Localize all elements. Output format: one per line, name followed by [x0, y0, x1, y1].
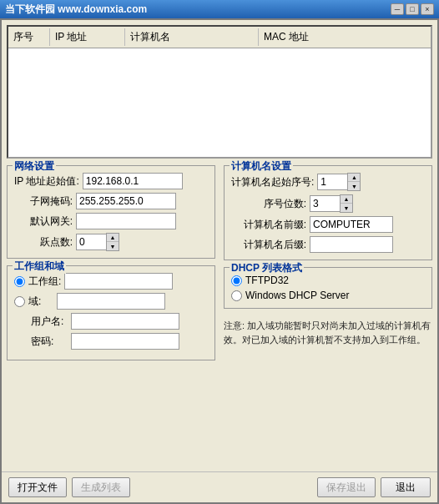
right-panel: 计算机名设置 计算机名起始序号: ▲ ▼ 序号位数: [224, 165, 432, 468]
seq-digits-buttons: ▲ ▼ [340, 194, 353, 213]
start-seq-spinner: ▲ ▼ [317, 173, 361, 191]
dhcp-title: DHCP 列表格式 [230, 261, 304, 275]
gateway-row: 默认网关: [14, 213, 208, 229]
start-seq-buttons: ▲ ▼ [347, 173, 361, 191]
username-input[interactable] [71, 313, 179, 330]
bottom-bar: 打开文件 生成列表 保存退出 退出 [2, 471, 437, 502]
subnet-row: 子网掩码: [14, 193, 208, 209]
table-header: 序号 IP 地址 计算机名 MAC 地址 [8, 27, 431, 48]
start-seq-label: 计算机名起始序号: [231, 175, 314, 189]
hop-row: 跃点数: ▲ ▼ [14, 233, 208, 251]
maximize-button[interactable]: □ [406, 3, 419, 15]
prefix-label: 计算机名前缀: [231, 218, 306, 232]
seq-digits-input[interactable] [310, 195, 340, 212]
start-seq-input[interactable] [317, 174, 347, 190]
suffix-label: 计算机名后缀: [231, 238, 306, 252]
suffix-row: 计算机名后缀: [231, 236, 425, 253]
hop-spinner: ▲ ▼ [76, 233, 119, 251]
domain-row: 域: [14, 293, 208, 310]
minimize-button[interactable]: ─ [391, 3, 404, 15]
hop-up-button[interactable]: ▲ [107, 234, 119, 242]
subnet-input[interactable] [76, 193, 176, 209]
domain-label: 域: [28, 295, 53, 309]
domain-input[interactable] [57, 293, 165, 310]
close-button[interactable]: × [421, 3, 434, 15]
password-label: 密码: [31, 335, 68, 349]
hop-label: 跃点数: [14, 235, 73, 249]
seq-digits-row: 序号位数: ▲ ▼ [231, 194, 425, 213]
left-panel: 网络设置 IP 地址起始值: 子网掩码: 默认网关: 跃点数: [7, 165, 215, 468]
dhcp-tftpd32-radio[interactable] [231, 275, 242, 286]
data-table: 序号 IP 地址 计算机名 MAC 地址 [7, 25, 432, 159]
network-settings-section: 网络设置 IP 地址起始值: 子网掩码: 默认网关: 跃点数: [7, 165, 215, 259]
bottom-left-buttons: 打开文件 生成列表 [8, 477, 130, 497]
password-input[interactable] [71, 333, 179, 350]
ip-row: IP 地址起始值: [14, 173, 208, 189]
workgroup-label: 工作组: [28, 275, 61, 289]
hop-down-button[interactable]: ▼ [107, 242, 119, 250]
gateway-input[interactable] [76, 213, 176, 229]
seq-digits-label: 序号位数: [231, 197, 306, 211]
suffix-input[interactable] [310, 236, 393, 253]
seq-digits-down[interactable]: ▼ [341, 204, 352, 212]
save-exit-button[interactable]: 保存退出 [317, 477, 376, 497]
col-header-mac: MAC 地址 [259, 28, 431, 46]
dhcp-radio-group: TFTPD32 Windows DHCP Server [231, 275, 425, 301]
network-settings-title: 网络设置 [13, 159, 56, 174]
username-label: 用户名: [31, 315, 68, 329]
main-content: 网络设置 IP 地址起始值: 子网掩码: 默认网关: 跃点数: [2, 162, 437, 471]
exit-button[interactable]: 退出 [381, 477, 431, 497]
seq-digits-spinner: ▲ ▼ [310, 194, 353, 213]
start-seq-down[interactable]: ▼ [348, 182, 360, 190]
domain-radio[interactable] [14, 296, 25, 307]
start-seq-row: 计算机名起始序号: ▲ ▼ [231, 173, 425, 191]
generate-list-button[interactable]: 生成列表 [72, 477, 130, 497]
col-header-ip: IP 地址 [50, 28, 125, 46]
col-header-seq: 序号 [8, 28, 50, 46]
seq-digits-up[interactable]: ▲ [341, 195, 352, 204]
gateway-label: 默认网关: [14, 214, 73, 229]
ip-label: IP 地址起始值: [14, 174, 79, 189]
title-bar: 当下软件园 www.downxia.com ─ □ × [0, 0, 439, 18]
title-bar-text: 当下软件园 www.downxia.com [5, 3, 147, 17]
table-body [8, 48, 431, 157]
dhcp-windows-label: Windows DHCP Server [245, 290, 349, 301]
note-text: 注意: 加入域功能暂时只对尚未加入过域的计算机有效。对已加入域的计算机暂不支持加… [224, 319, 432, 346]
open-file-button[interactable]: 打开文件 [8, 477, 67, 497]
computer-settings-title: 计算机名设置 [230, 159, 293, 174]
workgroup-input[interactable] [64, 273, 173, 290]
dhcp-option2-row: Windows DHCP Server [231, 290, 425, 301]
computer-settings-section: 计算机名设置 计算机名起始序号: ▲ ▼ 序号位数: [224, 165, 432, 260]
hop-input[interactable] [76, 234, 106, 250]
dhcp-tftpd32-label: TFTPD32 [245, 275, 289, 286]
workgroup-radio[interactable] [14, 276, 25, 287]
start-seq-up[interactable]: ▲ [348, 174, 360, 182]
ip-input[interactable] [83, 173, 183, 189]
workgroup-section: 工作组和域 工作组: 域: 用户名: 密码: [7, 265, 215, 360]
dhcp-option1-row: TFTPD32 [231, 275, 425, 286]
dhcp-windows-radio[interactable] [231, 290, 242, 301]
col-header-name: 计算机名 [125, 28, 259, 46]
dhcp-section: DHCP 列表格式 TFTPD32 Windows DHCP Server [224, 267, 432, 309]
prefix-input[interactable] [310, 216, 393, 233]
main-window: 序号 IP 地址 计算机名 MAC 地址 网络设置 IP 地址起始值: 子网掩码… [0, 18, 439, 504]
subnet-label: 子网掩码: [14, 194, 73, 209]
username-row: 用户名: [14, 313, 208, 330]
bottom-right-buttons: 保存退出 退出 [317, 477, 431, 497]
password-row: 密码: [14, 333, 208, 350]
prefix-row: 计算机名前缀: [231, 216, 425, 233]
hop-spinner-buttons: ▲ ▼ [106, 233, 119, 251]
title-bar-buttons: ─ □ × [391, 3, 434, 15]
workgroup-row: 工作组: [14, 273, 208, 290]
workgroup-title: 工作组和域 [13, 260, 66, 274]
